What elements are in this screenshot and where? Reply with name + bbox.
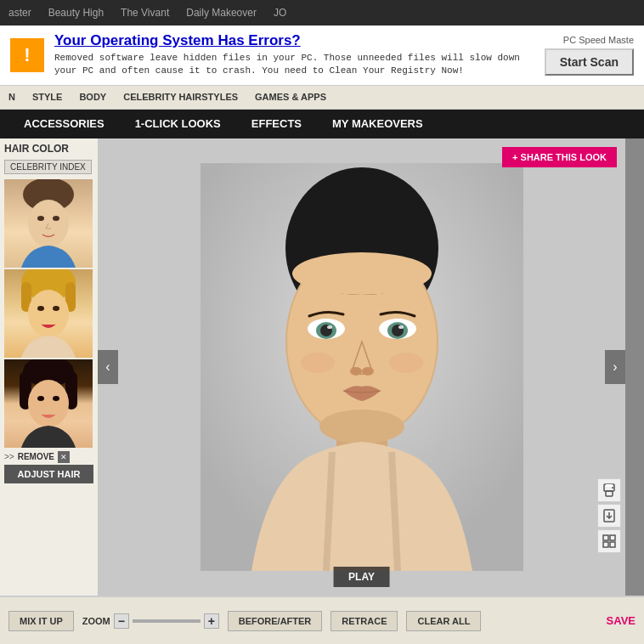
ad-text-block: Your Operating System Has Errors? Remove… — [54, 32, 534, 78]
before-after-button[interactable]: BEFORE/AFTER — [228, 611, 323, 631]
svg-point-7 — [28, 290, 69, 337]
svg-point-33 — [350, 367, 362, 376]
remove-x-button[interactable]: ✕ — [58, 451, 70, 463]
zoom-slider[interactable] — [133, 619, 201, 623]
svg-point-36 — [389, 353, 423, 373]
mix-it-up-button[interactable]: MIX IT UP — [8, 611, 74, 631]
nav-1-click-looks[interactable]: 1-CLICK LOOKS — [120, 110, 236, 138]
zoom-minus-button[interactable]: − — [114, 613, 129, 629]
top-nav-item-daily-makeover[interactable]: Daily Makeover — [186, 7, 257, 19]
next-button[interactable]: › — [605, 350, 625, 384]
svg-point-32 — [398, 325, 404, 329]
canvas-area: + SHARE THIS LOOK ‹ › PLAY — [98, 138, 625, 596]
sidebar-bottom: >> REMOVE ✕ ADJUST HAIR — [4, 451, 93, 483]
ad-banner: ! Your Operating System Has Errors? Remo… — [0, 25, 644, 86]
content-area: HAIR COLOR CELEBRITY INdEX — [0, 138, 644, 596]
remove-row: >> REMOVE ✕ — [4, 451, 93, 463]
sec-nav-body[interactable]: BODY — [79, 92, 106, 102]
ad-pc-speed-label: PC Speed Maste — [563, 35, 634, 45]
svg-rect-45 — [610, 535, 615, 540]
sec-nav-n[interactable]: N — [8, 92, 15, 102]
celebrity-face-2 — [4, 269, 93, 358]
celebrity-face-1 — [4, 179, 93, 268]
side-icons-panel — [597, 478, 621, 553]
celebrity-face-3 — [4, 359, 93, 448]
bottom-toolbar: MIX IT UP ZOOM − + BEFORE/AFTER RETRACE … — [0, 596, 644, 644]
remove-label: REMOVE — [18, 452, 54, 461]
save-button[interactable]: SAVE — [607, 614, 636, 627]
sec-nav-celebrity-hairstyles[interactable]: CELEBRITY HAIRSTYLES — [123, 92, 238, 102]
face-canvas — [98, 138, 625, 596]
svg-point-41 — [612, 487, 613, 489]
nav-accessories[interactable]: ACCESSORIES — [8, 110, 120, 138]
clear-all-button[interactable]: CLEAR ALL — [406, 611, 481, 631]
download-icon-button[interactable] — [597, 504, 621, 528]
celebrity-thumb-3[interactable] — [4, 359, 93, 448]
right-panel — [625, 138, 644, 596]
retrace-button[interactable]: RETRACE — [330, 611, 398, 631]
celebrity-thumb-1[interactable] — [4, 179, 93, 268]
svg-point-37 — [319, 410, 404, 443]
ad-body-text: Removed software leave hidden files in y… — [54, 52, 534, 78]
warning-icon: ! — [10, 38, 44, 72]
zoom-label: ZOOM — [82, 616, 110, 626]
previous-button[interactable]: ‹ — [98, 350, 118, 384]
svg-point-28 — [327, 325, 332, 329]
svg-point-13 — [28, 380, 69, 427]
hair-color-label: HAIR COLOR — [4, 143, 93, 155]
svg-point-24 — [292, 252, 432, 295]
main-navigation: ACCESSORIES 1-CLICK LOOKS EFFECTS MY MAK… — [0, 110, 644, 138]
svg-point-9 — [53, 306, 59, 311]
nav-my-makeovers[interactable]: MY MAKEOVERS — [317, 110, 438, 138]
svg-point-35 — [301, 353, 335, 373]
svg-point-2 — [37, 216, 44, 221]
zoom-control: ZOOM − + — [82, 613, 219, 629]
ad-headline[interactable]: Your Operating System Has Errors? — [54, 32, 534, 49]
sec-nav-style[interactable]: STYLE — [32, 92, 62, 102]
svg-point-3 — [53, 216, 59, 221]
grid-icon-button[interactable] — [597, 529, 621, 553]
celebrity-thumb-2[interactable] — [4, 269, 93, 358]
svg-point-14 — [37, 396, 44, 401]
celebrity-index-button[interactable]: CELEBRITY INdEX — [4, 160, 92, 174]
share-button[interactable]: + SHARE THIS LOOK — [502, 147, 617, 167]
nav-effects[interactable]: EFFECTS — [236, 110, 317, 138]
sidebar: HAIR COLOR CELEBRITY INdEX — [0, 138, 98, 596]
top-nav-item-the-vivant[interactable]: The Vivant — [121, 7, 169, 19]
secondary-navigation: N STYLE BODY CELEBRITY HAIRSTYLES GAMES … — [0, 86, 644, 110]
start-scan-button[interactable]: Start Scan — [545, 48, 634, 76]
adjust-hair-button[interactable]: ADJUST HAIR — [4, 465, 93, 483]
sec-nav-games-apps[interactable]: GAMES & APPS — [255, 92, 326, 102]
top-nav-item-beauty-high[interactable]: Beauty High — [48, 7, 104, 19]
zoom-plus-button[interactable]: + — [204, 613, 219, 629]
top-nav-item-aster[interactable]: aster — [8, 7, 31, 19]
top-nav-item-jo[interactable]: JO — [274, 7, 286, 19]
svg-rect-47 — [610, 542, 615, 547]
ad-right-section: PC Speed Maste Start Scan — [545, 35, 634, 76]
play-button[interactable]: PLAY — [333, 567, 390, 587]
remove-arrows-icon: >> — [4, 452, 14, 461]
top-navigation: aster Beauty High The Vivant Daily Makeo… — [0, 0, 644, 25]
svg-rect-39 — [606, 491, 613, 496]
print-icon-button[interactable] — [597, 478, 621, 502]
svg-point-34 — [362, 367, 374, 376]
svg-rect-44 — [603, 535, 608, 540]
svg-point-8 — [37, 306, 44, 311]
face-illustration — [201, 163, 523, 571]
zoom-track — [133, 619, 201, 623]
svg-point-15 — [53, 396, 59, 401]
svg-rect-46 — [603, 542, 608, 547]
svg-rect-40 — [606, 484, 613, 487]
